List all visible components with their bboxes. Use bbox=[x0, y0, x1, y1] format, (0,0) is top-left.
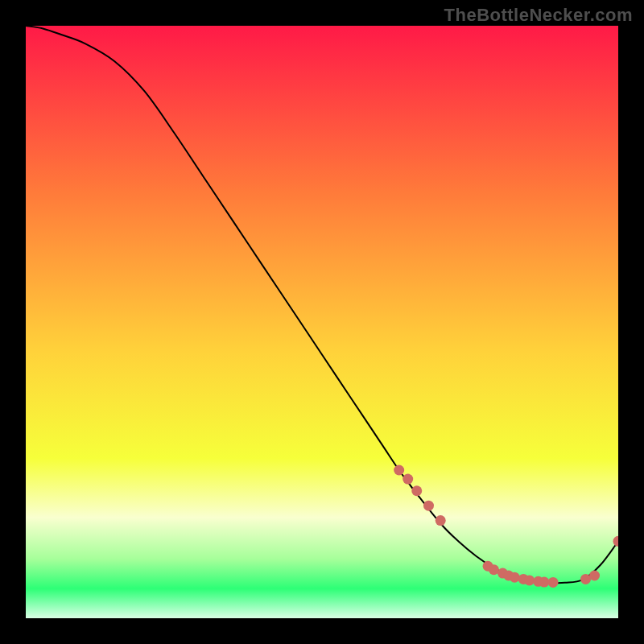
data-marker bbox=[423, 501, 434, 511]
data-marker bbox=[411, 485, 422, 496]
data-marker bbox=[436, 515, 446, 526]
gradient-background bbox=[26, 26, 618, 618]
plot-area bbox=[26, 26, 618, 618]
data-marker bbox=[402, 474, 413, 485]
data-marker bbox=[510, 572, 520, 583]
chart-svg bbox=[26, 26, 618, 618]
chart-frame: TheBottleNecker.com bbox=[0, 0, 644, 644]
data-marker bbox=[589, 571, 600, 581]
data-marker bbox=[539, 577, 550, 588]
data-marker bbox=[524, 575, 535, 585]
watermark-text: TheBottleNecker.com bbox=[444, 5, 633, 26]
data-marker bbox=[394, 465, 404, 476]
data-marker bbox=[548, 577, 559, 588]
